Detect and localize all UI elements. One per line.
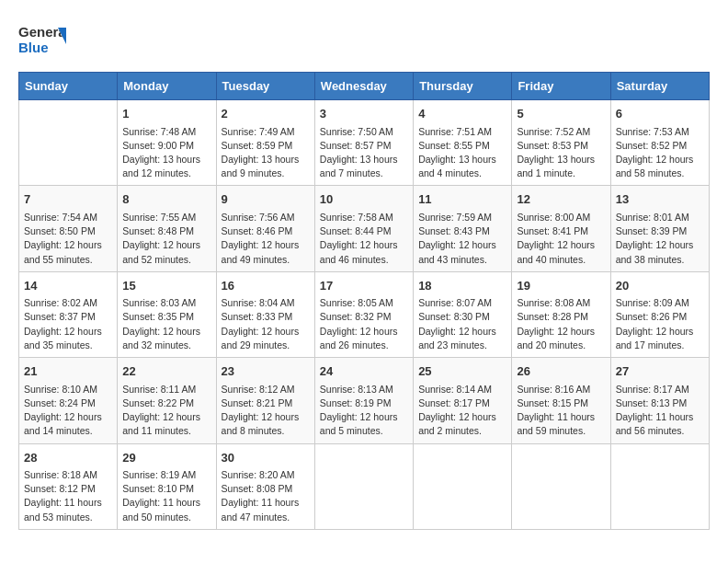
calendar-cell: 19Sunrise: 8:08 AMSunset: 8:28 PMDayligh… xyxy=(512,271,610,357)
day-info: Sunrise: 7:54 AMSunset: 8:50 PMDaylight:… xyxy=(24,211,112,267)
day-info: Sunrise: 8:07 AMSunset: 8:30 PMDaylight:… xyxy=(418,296,506,352)
calendar-week-row: 14Sunrise: 8:02 AMSunset: 8:37 PMDayligh… xyxy=(19,271,710,357)
calendar-cell: 30Sunrise: 8:20 AMSunset: 8:08 PMDayligh… xyxy=(216,443,314,529)
logo-svg: GeneralBlue xyxy=(18,18,66,57)
calendar-cell: 2Sunrise: 7:49 AMSunset: 8:59 PMDaylight… xyxy=(216,100,314,186)
day-info: Sunrise: 8:19 AMSunset: 8:10 PMDaylight:… xyxy=(122,468,210,524)
day-number: 28 xyxy=(24,449,112,467)
day-number: 5 xyxy=(517,105,605,123)
day-number: 4 xyxy=(418,105,506,123)
calendar-cell: 10Sunrise: 7:58 AMSunset: 8:44 PMDayligh… xyxy=(314,186,413,271)
day-info: Sunrise: 8:02 AMSunset: 8:37 PMDaylight:… xyxy=(24,296,112,352)
day-info: Sunrise: 7:50 AMSunset: 8:57 PMDaylight:… xyxy=(320,125,408,181)
day-info: Sunrise: 8:14 AMSunset: 8:17 PMDaylight:… xyxy=(418,383,506,439)
calendar-cell xyxy=(314,443,413,529)
day-info: Sunrise: 8:00 AMSunset: 8:41 PMDaylight:… xyxy=(517,211,605,267)
calendar-cell: 17Sunrise: 8:05 AMSunset: 8:32 PMDayligh… xyxy=(314,271,413,357)
day-info: Sunrise: 8:20 AMSunset: 8:08 PMDaylight:… xyxy=(222,468,310,524)
calendar-week-row: 7Sunrise: 7:54 AMSunset: 8:50 PMDaylight… xyxy=(19,186,710,271)
day-info: Sunrise: 8:10 AMSunset: 8:24 PMDaylight:… xyxy=(24,383,112,439)
svg-text:General: General xyxy=(18,24,66,40)
svg-text:Blue: Blue xyxy=(18,40,49,55)
calendar-cell: 28Sunrise: 8:18 AMSunset: 8:12 PMDayligh… xyxy=(19,443,118,529)
day-info: Sunrise: 7:58 AMSunset: 8:44 PMDaylight:… xyxy=(320,211,408,267)
day-info: Sunrise: 8:13 AMSunset: 8:19 PMDaylight:… xyxy=(320,383,408,439)
calendar-cell: 29Sunrise: 8:19 AMSunset: 8:10 PMDayligh… xyxy=(118,443,216,529)
day-info: Sunrise: 8:01 AMSunset: 8:39 PMDaylight:… xyxy=(616,211,704,267)
day-number: 3 xyxy=(320,105,408,123)
calendar-cell: 21Sunrise: 8:10 AMSunset: 8:24 PMDayligh… xyxy=(19,358,118,443)
day-number: 6 xyxy=(616,105,704,123)
column-header-thursday: Thursday xyxy=(414,73,512,100)
day-number: 14 xyxy=(24,277,112,295)
day-number: 26 xyxy=(517,362,605,381)
calendar-cell: 8Sunrise: 7:55 AMSunset: 8:48 PMDaylight… xyxy=(118,186,216,271)
calendar-table: SundayMondayTuesdayWednesdayThursdayFrid… xyxy=(18,72,710,530)
calendar-cell xyxy=(610,443,709,529)
calendar-cell: 4Sunrise: 7:51 AMSunset: 8:55 PMDaylight… xyxy=(414,100,512,186)
calendar-cell: 24Sunrise: 8:13 AMSunset: 8:19 PMDayligh… xyxy=(314,358,413,443)
day-info: Sunrise: 8:17 AMSunset: 8:13 PMDaylight:… xyxy=(616,383,704,439)
calendar-cell: 6Sunrise: 7:53 AMSunset: 8:52 PMDaylight… xyxy=(610,100,709,186)
column-header-tuesday: Tuesday xyxy=(216,73,314,100)
day-number: 29 xyxy=(122,449,210,467)
column-header-monday: Monday xyxy=(118,73,216,100)
calendar-cell: 25Sunrise: 8:14 AMSunset: 8:17 PMDayligh… xyxy=(414,358,512,443)
calendar-cell: 12Sunrise: 8:00 AMSunset: 8:41 PMDayligh… xyxy=(512,186,610,271)
page-header: GeneralBlue xyxy=(18,18,710,57)
day-info: Sunrise: 7:52 AMSunset: 8:53 PMDaylight:… xyxy=(517,125,605,181)
day-number: 19 xyxy=(517,277,605,295)
calendar-header-row: SundayMondayTuesdayWednesdayThursdayFrid… xyxy=(19,73,710,100)
calendar-cell: 15Sunrise: 8:03 AMSunset: 8:35 PMDayligh… xyxy=(118,271,216,357)
day-number: 12 xyxy=(517,190,605,209)
column-header-saturday: Saturday xyxy=(610,73,709,100)
calendar-cell: 18Sunrise: 8:07 AMSunset: 8:30 PMDayligh… xyxy=(414,271,512,357)
day-number: 27 xyxy=(616,362,704,381)
day-info: Sunrise: 8:16 AMSunset: 8:15 PMDaylight:… xyxy=(517,383,605,439)
day-number: 17 xyxy=(320,277,408,295)
calendar-cell: 27Sunrise: 8:17 AMSunset: 8:13 PMDayligh… xyxy=(610,358,709,443)
day-info: Sunrise: 8:09 AMSunset: 8:26 PMDaylight:… xyxy=(616,296,704,352)
day-number: 9 xyxy=(222,190,310,209)
day-info: Sunrise: 8:08 AMSunset: 8:28 PMDaylight:… xyxy=(517,296,605,352)
day-number: 1 xyxy=(122,105,210,123)
day-info: Sunrise: 8:05 AMSunset: 8:32 PMDaylight:… xyxy=(320,296,408,352)
day-number: 22 xyxy=(122,362,210,381)
calendar-week-row: 21Sunrise: 8:10 AMSunset: 8:24 PMDayligh… xyxy=(19,358,710,443)
calendar-cell: 22Sunrise: 8:11 AMSunset: 8:22 PMDayligh… xyxy=(118,358,216,443)
day-number: 18 xyxy=(418,277,506,295)
calendar-cell: 5Sunrise: 7:52 AMSunset: 8:53 PMDaylight… xyxy=(512,100,610,186)
day-number: 16 xyxy=(222,277,310,295)
column-header-sunday: Sunday xyxy=(19,73,118,100)
day-number: 15 xyxy=(122,277,210,295)
day-info: Sunrise: 7:48 AMSunset: 9:00 PMDaylight:… xyxy=(122,125,210,181)
day-info: Sunrise: 8:11 AMSunset: 8:22 PMDaylight:… xyxy=(122,383,210,439)
calendar-cell: 23Sunrise: 8:12 AMSunset: 8:21 PMDayligh… xyxy=(216,358,314,443)
calendar-week-row: 1Sunrise: 7:48 AMSunset: 9:00 PMDaylight… xyxy=(19,100,710,186)
calendar-cell: 11Sunrise: 7:59 AMSunset: 8:43 PMDayligh… xyxy=(414,186,512,271)
calendar-cell: 13Sunrise: 8:01 AMSunset: 8:39 PMDayligh… xyxy=(610,186,709,271)
day-info: Sunrise: 7:53 AMSunset: 8:52 PMDaylight:… xyxy=(616,125,704,181)
day-number: 21 xyxy=(24,362,112,381)
day-info: Sunrise: 7:56 AMSunset: 8:46 PMDaylight:… xyxy=(222,211,310,267)
calendar-cell: 26Sunrise: 8:16 AMSunset: 8:15 PMDayligh… xyxy=(512,358,610,443)
day-number: 25 xyxy=(418,362,506,381)
calendar-cell: 9Sunrise: 7:56 AMSunset: 8:46 PMDaylight… xyxy=(216,186,314,271)
day-number: 24 xyxy=(320,362,408,381)
day-number: 11 xyxy=(418,190,506,209)
day-number: 20 xyxy=(616,277,704,295)
calendar-cell xyxy=(512,443,610,529)
calendar-week-row: 28Sunrise: 8:18 AMSunset: 8:12 PMDayligh… xyxy=(19,443,710,529)
day-info: Sunrise: 7:55 AMSunset: 8:48 PMDaylight:… xyxy=(122,211,210,267)
day-info: Sunrise: 7:51 AMSunset: 8:55 PMDaylight:… xyxy=(418,125,506,181)
day-number: 7 xyxy=(24,190,112,209)
calendar-cell xyxy=(19,100,118,186)
day-info: Sunrise: 7:49 AMSunset: 8:59 PMDaylight:… xyxy=(222,125,310,181)
calendar-cell: 3Sunrise: 7:50 AMSunset: 8:57 PMDaylight… xyxy=(314,100,413,186)
day-number: 8 xyxy=(122,190,210,209)
calendar-cell: 7Sunrise: 7:54 AMSunset: 8:50 PMDaylight… xyxy=(19,186,118,271)
day-number: 13 xyxy=(616,190,704,209)
calendar-cell: 1Sunrise: 7:48 AMSunset: 9:00 PMDaylight… xyxy=(118,100,216,186)
day-number: 2 xyxy=(222,105,310,123)
day-info: Sunrise: 8:03 AMSunset: 8:35 PMDaylight:… xyxy=(122,296,210,352)
